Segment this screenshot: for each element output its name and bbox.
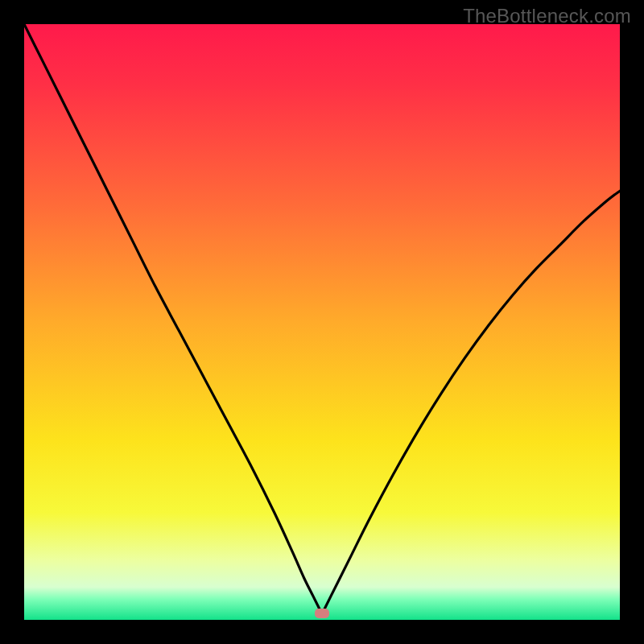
- bottleneck-chart: [24, 24, 620, 620]
- watermark-text: TheBottleneck.com: [463, 5, 631, 27]
- chart-frame: TheBottleneck.com: [0, 0, 644, 644]
- optimal-point-marker: [315, 609, 329, 618]
- gradient-background: [24, 24, 620, 620]
